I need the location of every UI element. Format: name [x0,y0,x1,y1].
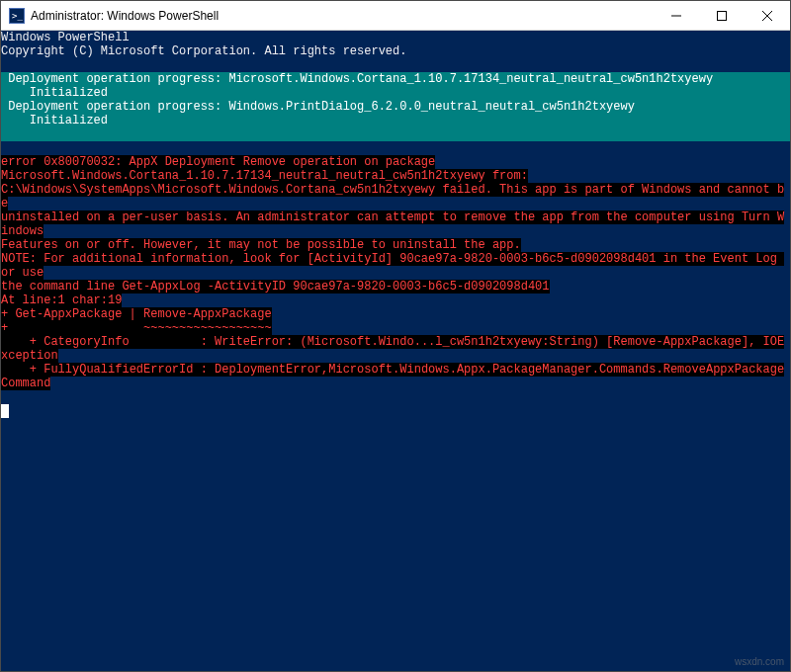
titlebar[interactable]: Administrator: Windows PowerShell [1,1,790,31]
deployment-progress-block: Deployment operation progress: Microsoft… [1,72,790,141]
minimize-button[interactable] [654,1,699,31]
ps-header-2: Copyright (C) Microsoft Corporation. All… [1,44,406,58]
maximize-button[interactable] [699,1,745,31]
watermark: wsxdn.com [735,656,784,667]
window-title: Administrator: Windows PowerShell [31,9,219,23]
svg-rect-1 [718,11,727,20]
error-text: error 0x80070032: AppX Deployment Remove… [1,155,435,169]
text-cursor [1,404,9,418]
terminal-output[interactable]: Windows PowerShell Copyright (C) Microso… [1,31,790,671]
ps-header-1: Windows PowerShell [1,31,130,44]
powershell-window: Administrator: Windows PowerShell Window… [0,0,791,672]
powershell-icon [9,8,25,24]
close-button[interactable] [745,1,790,31]
terminal-text: Windows PowerShell Copyright (C) Microso… [1,31,790,418]
